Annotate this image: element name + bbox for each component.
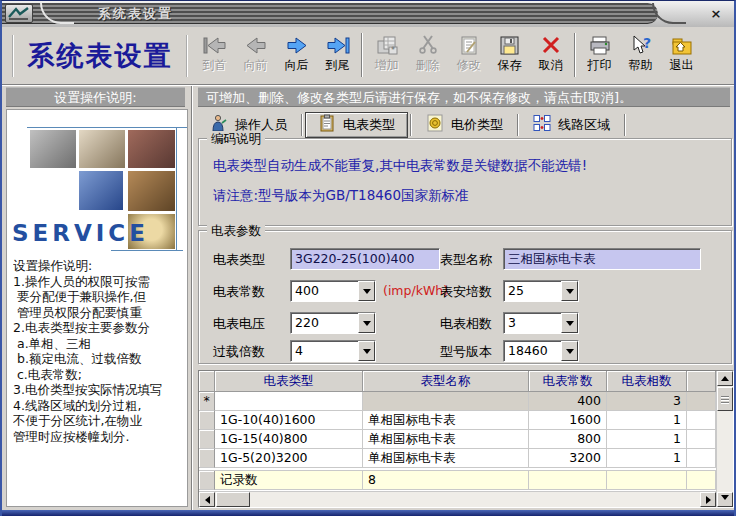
toolbar-print-button[interactable]: 打印: [579, 30, 620, 82]
voltage-label: 电表电压: [213, 315, 265, 333]
toolbar-cancel-button[interactable]: 取消: [530, 30, 571, 82]
titlebar[interactable]: 系统表设置 ×: [2, 1, 734, 27]
version-select[interactable]: 18460: [503, 340, 579, 362]
tab-price-type[interactable]: 电价类型: [414, 112, 515, 138]
coding-note-line: 电表类型自动生成不能重复,其中电表常数是关键数据不能选错!: [213, 157, 587, 175]
decor-line: [27, 127, 187, 128]
instruction-line: 不便于分区统计,在物业: [13, 413, 185, 429]
overload-label: 过载倍数: [213, 343, 265, 361]
first-record-icon: [203, 32, 227, 58]
model-name-input[interactable]: 三相国标电卡表: [503, 248, 701, 270]
chevron-down-icon[interactable]: [358, 281, 375, 301]
instructions-text: 设置操作说明: 1.操作人员的权限可按需 要分配便于兼职操作,但 管理员权限分配…: [13, 258, 185, 444]
chevron-down-icon[interactable]: [561, 313, 578, 333]
toolbar-save-button[interactable]: 保存: [489, 30, 530, 82]
vscroll-track[interactable]: [717, 412, 733, 492]
horizontal-scrollbar[interactable]: [199, 491, 716, 507]
cell-constant[interactable]: 3200: [529, 449, 607, 468]
toolbar: 到首 向前 向后 到尾 * 增加 删除: [194, 30, 702, 82]
scroll-right-button[interactable]: [700, 492, 716, 507]
cell-model-name[interactable]: 单相国标电卡表: [363, 430, 529, 449]
instruction-line: 管理时应按楼幢划分.: [13, 429, 185, 445]
phases-select[interactable]: 3: [503, 312, 579, 334]
tab-label: 电表类型: [343, 116, 395, 134]
tab-line-region[interactable]: 线路区域: [521, 112, 622, 138]
tab-separator: [624, 114, 626, 136]
toolbar-button-label: 帮助: [629, 58, 653, 72]
amperage-select[interactable]: 25: [503, 280, 579, 302]
clipboard-icon: [318, 114, 336, 135]
toolbar-exit-button[interactable]: 退出: [661, 30, 702, 82]
cell-meter-type[interactable]: 1G-10(40)1600: [215, 411, 363, 430]
chevron-down-icon[interactable]: [358, 313, 375, 333]
toolbar-help-button[interactable]: ? 帮助: [620, 30, 661, 82]
cell-constant[interactable]: 1600: [529, 411, 607, 430]
cell-phases[interactable]: 1: [607, 430, 687, 449]
exit-icon: [671, 32, 693, 58]
toolbar-last-button[interactable]: 到尾: [317, 30, 358, 82]
tab-label: 电价类型: [451, 116, 503, 134]
record-count-label: 记录数: [215, 471, 363, 490]
next-arrow-icon: [285, 32, 309, 58]
vertical-scrollbar[interactable]: [716, 371, 733, 507]
column-header: 电表常数: [529, 371, 607, 392]
chevron-down-icon[interactable]: [561, 281, 578, 301]
row-selector[interactable]: [199, 471, 215, 490]
cell-meter-type[interactable]: [215, 392, 363, 411]
meter-params-group: 电表参数 电表类型 3G220-25(100)400 表型名称 三相国标电卡表 …: [198, 230, 732, 364]
voltage-select[interactable]: 220: [290, 312, 376, 334]
row-selector[interactable]: *: [199, 392, 215, 411]
close-button[interactable]: ×: [707, 5, 725, 22]
note-bar: 可增加、删除、修改各类型后请进行保存，如不保存修改，请点击[取消]。: [198, 87, 730, 107]
group-title: 电表参数: [207, 223, 265, 238]
scroll-down-button[interactable]: [717, 492, 733, 507]
toolbar-button-label: 到首: [203, 58, 227, 72]
toolbar-button-label: 修改: [457, 58, 481, 72]
cell-model-name[interactable]: 单相国标电卡表: [363, 449, 529, 468]
cell-filler: [687, 411, 716, 430]
hscroll-thumb[interactable]: [216, 492, 250, 507]
scroll-left-button[interactable]: [199, 492, 215, 507]
cell-model-name[interactable]: [363, 392, 529, 411]
toolbar-add-button: * 增加: [366, 30, 407, 82]
record-count-value: 8: [363, 471, 529, 490]
page-title: 系统表设置: [12, 35, 188, 77]
hscroll-track[interactable]: [251, 492, 700, 507]
cell-constant[interactable]: 400: [529, 392, 607, 411]
column-header: 电表类型: [215, 371, 363, 392]
row-selector[interactable]: [199, 411, 215, 430]
toolbar-button-label: 保存: [498, 58, 522, 72]
toolbar-separator: [361, 33, 363, 77]
print-icon: [589, 32, 611, 58]
meter-constant-select[interactable]: 400: [290, 280, 376, 302]
overload-select[interactable]: 4: [290, 340, 376, 362]
combo-value: 3: [504, 313, 561, 333]
sidebar-header-bar: 设置操作说明:: [6, 87, 185, 107]
cell-phases[interactable]: 3: [607, 392, 687, 411]
row-selector[interactable]: [199, 430, 215, 449]
cell-phases[interactable]: 1: [607, 411, 687, 430]
vscroll-thumb[interactable]: [717, 387, 733, 411]
footer-cell: [607, 471, 687, 490]
toolbar-button-label: 删除: [416, 58, 440, 72]
meter-type-input[interactable]: 3G220-25(100)400: [290, 248, 440, 270]
group-title: 编码说明: [207, 131, 265, 146]
toolbar-button-label: 增加: [375, 58, 399, 72]
main-panel: 可增加、删除、修改各类型后请进行保存，如不保存修改，请点击[取消]。 操作人员 …: [192, 86, 734, 510]
toolbar-next-button[interactable]: 向后: [276, 30, 317, 82]
chevron-down-icon[interactable]: [561, 341, 578, 361]
tab-meter-type[interactable]: 电表类型: [305, 112, 408, 138]
cell-meter-type[interactable]: 1G-15(40)800: [215, 430, 363, 449]
scroll-up-button[interactable]: [717, 371, 733, 386]
cell-model-name[interactable]: 单相国标电卡表: [363, 411, 529, 430]
column-header-filler: [687, 371, 716, 392]
cell-meter-type[interactable]: 1G-5(20)3200: [215, 449, 363, 468]
cell-filler: [687, 392, 716, 411]
row-selector[interactable]: [199, 449, 215, 468]
cell-constant[interactable]: 800: [529, 430, 607, 449]
decor-line: [176, 127, 177, 251]
chevron-down-icon[interactable]: [358, 341, 375, 361]
instruction-line: c.电表常数;: [13, 367, 185, 383]
delete-scissors-icon: [418, 32, 438, 58]
cell-phases[interactable]: 1: [607, 449, 687, 468]
